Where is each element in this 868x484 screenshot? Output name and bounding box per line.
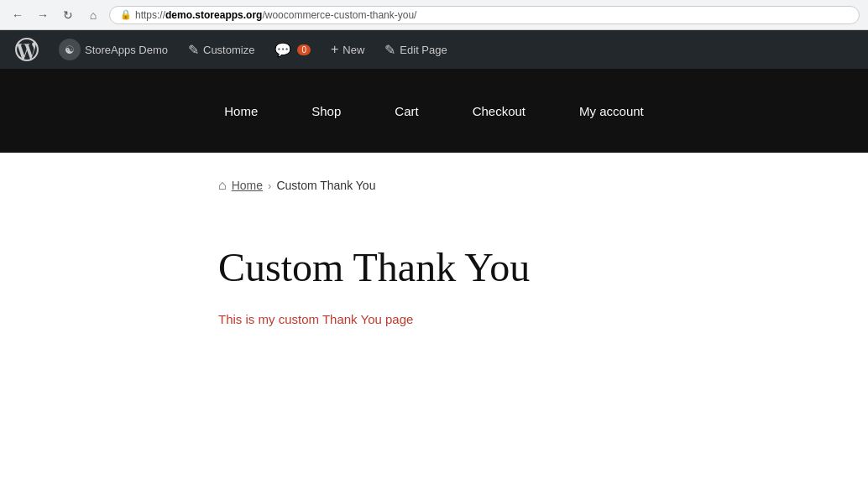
browser-chrome: ← → ↻ ⌂ 🔒 https://demo.storeapps.org/woo… bbox=[0, 0, 868, 30]
url-display: https://demo.storeapps.org/woocommerce-c… bbox=[135, 9, 416, 21]
content-area: ⌂ Home › Custom Thank You Custom Thank Y… bbox=[0, 153, 868, 377]
comments-item[interactable]: 💬 0 bbox=[266, 30, 319, 69]
nav-item-home[interactable]: Home bbox=[197, 69, 285, 153]
site-icon: ☯ bbox=[59, 39, 81, 60]
back-button[interactable]: ← bbox=[8, 6, 27, 24]
url-path: /woocommerce-custom-thank-you/ bbox=[262, 9, 416, 21]
site-navigation: Home Shop Cart Checkout My account bbox=[0, 69, 868, 153]
edit-icon: ✎ bbox=[384, 42, 395, 58]
new-icon: + bbox=[331, 42, 338, 57]
wp-admin-bar: ☯ StoreApps Demo ✎ Customize 💬 0 + New ✎… bbox=[0, 30, 868, 69]
new-content-item[interactable]: + New bbox=[322, 30, 373, 69]
comments-badge: 0 bbox=[297, 44, 311, 55]
security-icon: 🔒 bbox=[120, 9, 132, 20]
url-prefix: https:// bbox=[135, 9, 165, 21]
address-bar[interactable]: 🔒 https://demo.storeapps.org/woocommerce… bbox=[109, 6, 860, 24]
page-content: This is my custom Thank You page bbox=[0, 312, 868, 326]
breadcrumb-home-link[interactable]: Home bbox=[232, 179, 263, 192]
page-title: Custom Thank You bbox=[0, 243, 868, 292]
site-name-item[interactable]: ☯ StoreApps Demo bbox=[50, 30, 176, 69]
wordpress-icon bbox=[15, 38, 39, 61]
customize-label: Customize bbox=[203, 44, 254, 56]
customize-icon: ✎ bbox=[188, 42, 199, 58]
home-button[interactable]: ⌂ bbox=[84, 6, 102, 24]
edit-page-item[interactable]: ✎ Edit Page bbox=[376, 30, 455, 69]
wp-logo-item[interactable] bbox=[7, 30, 47, 69]
breadcrumb-separator: › bbox=[268, 180, 271, 192]
site-name-label: StoreApps Demo bbox=[85, 44, 168, 56]
customize-item[interactable]: ✎ Customize bbox=[180, 30, 263, 69]
breadcrumb: ⌂ Home › Custom Thank You bbox=[0, 178, 868, 193]
nav-item-checkout[interactable]: Checkout bbox=[446, 69, 552, 153]
edit-label: Edit Page bbox=[400, 44, 447, 56]
url-domain: demo.storeapps.org bbox=[165, 9, 262, 21]
nav-item-cart[interactable]: Cart bbox=[368, 69, 445, 153]
breadcrumb-current: Custom Thank You bbox=[276, 179, 375, 192]
page-body-text: This is my custom Thank You page bbox=[218, 312, 868, 326]
breadcrumb-home-icon: ⌂ bbox=[218, 178, 227, 193]
comments-icon: 💬 bbox=[275, 42, 291, 58]
reload-button[interactable]: ↻ bbox=[59, 6, 77, 24]
nav-item-my-account[interactable]: My account bbox=[552, 69, 671, 153]
nav-item-shop[interactable]: Shop bbox=[285, 69, 368, 153]
forward-button[interactable]: → bbox=[34, 6, 52, 24]
new-label: New bbox=[342, 44, 364, 56]
